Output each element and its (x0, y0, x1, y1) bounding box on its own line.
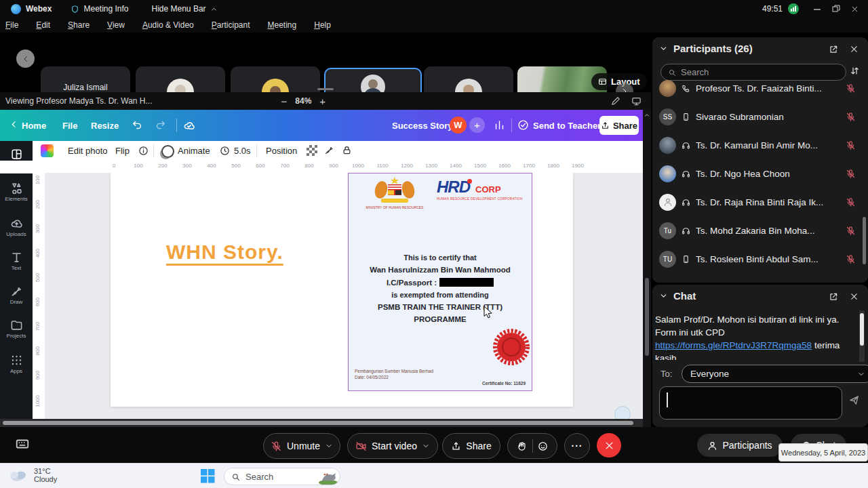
sidebar-item-draw[interactable]: Draw (0, 285, 33, 305)
menu-share[interactable]: Share (68, 20, 90, 30)
menu-file[interactable]: File (5, 20, 18, 30)
emoji-reactions-icon[interactable] (533, 441, 553, 451)
page-floating-badge[interactable] (614, 406, 631, 419)
menu-meeting[interactable]: Meeting (268, 20, 297, 30)
muted-mic-icon[interactable] (846, 197, 856, 207)
design-title[interactable]: Success Story (392, 121, 453, 131)
add-member-button[interactable]: + (469, 117, 485, 133)
menu-edit[interactable]: Edit (36, 20, 50, 30)
participant-row[interactable]: Ts. Dr. Kamarul Bin Amir Mo... (659, 135, 856, 155)
minimize-button[interactable] (814, 5, 821, 13)
chat-scrollbar[interactable] (860, 313, 864, 346)
send-to-teacher-button[interactable]: Send to Teacher (533, 121, 601, 131)
canva-resize-button[interactable]: Resize (91, 121, 119, 131)
info-icon[interactable] (138, 146, 149, 156)
sidebar-item-elements[interactable]: Elements (0, 182, 33, 202)
muted-mic-icon[interactable] (846, 254, 856, 264)
copy-style-icon[interactable] (324, 145, 334, 155)
raise-hand-icon[interactable] (512, 441, 532, 451)
leave-meeting-button[interactable] (597, 433, 621, 458)
duration-value[interactable]: 5.0s (234, 146, 251, 156)
participant-row[interactable]: Tu Ts. Mohd Zakaria Bin Moha... (659, 220, 856, 241)
transparency-icon[interactable] (307, 145, 317, 156)
certificate-image[interactable]: MINISTRY OF HUMAN RESOURCES HRDCORP HUMA… (348, 173, 532, 391)
popout-icon[interactable] (829, 292, 838, 302)
share-button[interactable]: Share (599, 116, 639, 135)
muted-mic-icon[interactable] (846, 169, 856, 179)
annotate-icon[interactable] (611, 96, 620, 106)
participant-row[interactable]: Ts. Dr. Ngo Hea Choon (659, 163, 856, 184)
close-panel-icon[interactable] (850, 45, 859, 54)
duration-clock-icon[interactable] (220, 146, 230, 156)
participant-row[interactable]: SS Sivarao Subramonian (659, 106, 856, 127)
restore-button[interactable] (832, 5, 840, 13)
position-button[interactable]: Position (266, 146, 297, 156)
insights-chart-icon[interactable] (494, 119, 505, 131)
menu-participant[interactable]: Participant (212, 20, 250, 30)
flip-button[interactable]: Flip (115, 146, 130, 156)
scroll-thumb[interactable] (645, 278, 649, 356)
canva-home-button[interactable]: Home (22, 121, 46, 131)
design-page[interactable]: WHN Story. MINISTRY OF HUMAN RESOURCES H… (111, 173, 573, 407)
canva-scrollbar-vertical[interactable] (643, 110, 651, 427)
start-video-button[interactable]: Start video (347, 433, 438, 459)
muted-mic-icon[interactable] (846, 140, 856, 150)
close-panel-icon[interactable] (850, 292, 859, 301)
filmstrip-resize-handle[interactable] (317, 88, 334, 90)
keyboard-icon[interactable] (15, 436, 30, 451)
user-avatar[interactable]: W (450, 117, 467, 134)
reactions-button[interactable] (507, 433, 557, 459)
more-options-button[interactable]: ··· (564, 433, 590, 459)
taskbar-search[interactable]: Search (224, 468, 340, 485)
participant-row[interactable]: TU Ts. Rosleen Binti Abdul Sam... (659, 249, 856, 269)
collapse-chevron-icon[interactable] (659, 291, 668, 300)
muted-mic-icon[interactable] (846, 226, 856, 236)
edit-photo-button[interactable]: Edit photo (68, 146, 108, 156)
redo-icon[interactable] (155, 119, 166, 131)
canva-file-button[interactable]: File (62, 121, 77, 131)
story-title-text[interactable]: WHN Story. (166, 241, 283, 264)
participant-row[interactable]: Profesor Ts. Dr. Faaizah Binti... (659, 78, 856, 98)
sidebar-item-projects[interactable]: Projects (0, 319, 33, 339)
chat-link[interactable]: https://forms.gle/RPtdrvJ3R7Rqmga58 (655, 340, 812, 350)
zoom-out-button[interactable]: − (281, 96, 288, 107)
send-message-icon[interactable] (848, 394, 860, 406)
muted-mic-icon[interactable] (846, 83, 856, 94)
windows-start-icon[interactable] (201, 469, 215, 483)
sort-icon[interactable] (850, 66, 860, 76)
chat-input[interactable] (659, 386, 842, 420)
animate-button[interactable]: Animate (178, 146, 210, 156)
menu-view[interactable]: View (107, 20, 125, 30)
menu-audio-video[interactable]: Audio & Video (142, 20, 194, 30)
zoom-in-button[interactable]: + (319, 96, 326, 107)
menu-help[interactable]: Help (314, 20, 331, 30)
meeting-info[interactable]: Meeting Info (83, 4, 128, 14)
unmute-button[interactable]: Unmute (263, 433, 340, 459)
canva-scrollbar-horizontal[interactable] (0, 419, 643, 427)
chevron-down-icon[interactable] (422, 442, 430, 450)
participant-row[interactable]: Ts. Dr. Raja Rina Binti Raja Ik... (659, 192, 856, 212)
participants-toggle-button[interactable]: Participants (697, 434, 783, 457)
color-swatch[interactable] (41, 144, 54, 157)
chevron-down-icon[interactable] (325, 442, 333, 450)
popout-icon[interactable] (829, 45, 838, 54)
back-icon[interactable] (9, 120, 18, 129)
chevron-up-icon[interactable] (210, 5, 218, 13)
canvas-area[interactable]: WHN Story. MINISTRY OF HUMAN RESOURCES H… (45, 173, 643, 419)
muted-mic-icon[interactable] (846, 112, 856, 122)
recipient-dropdown[interactable]: Everyone (682, 365, 868, 383)
scroll-thumb[interactable] (3, 421, 633, 425)
undo-icon[interactable] (132, 119, 143, 131)
sidebar-item-uploads[interactable]: Uploads (0, 217, 33, 237)
collapse-chevron-icon[interactable] (659, 44, 668, 53)
hide-menu-bar[interactable]: Hide Menu Bar (152, 4, 206, 14)
sidebar-item-apps[interactable]: Apps (0, 354, 33, 374)
weather-widget[interactable]: 31°CCloudy (8, 467, 57, 483)
lock-icon[interactable] (342, 145, 352, 155)
filmstrip-prev-button[interactable] (16, 49, 35, 68)
share-content-button[interactable]: Share (442, 433, 500, 459)
participants-scrollbar[interactable] (863, 217, 866, 264)
scroll-up-icon[interactable] (644, 112, 650, 119)
sidebar-item-text[interactable]: Text (0, 251, 33, 271)
close-window-button[interactable] (851, 5, 859, 13)
